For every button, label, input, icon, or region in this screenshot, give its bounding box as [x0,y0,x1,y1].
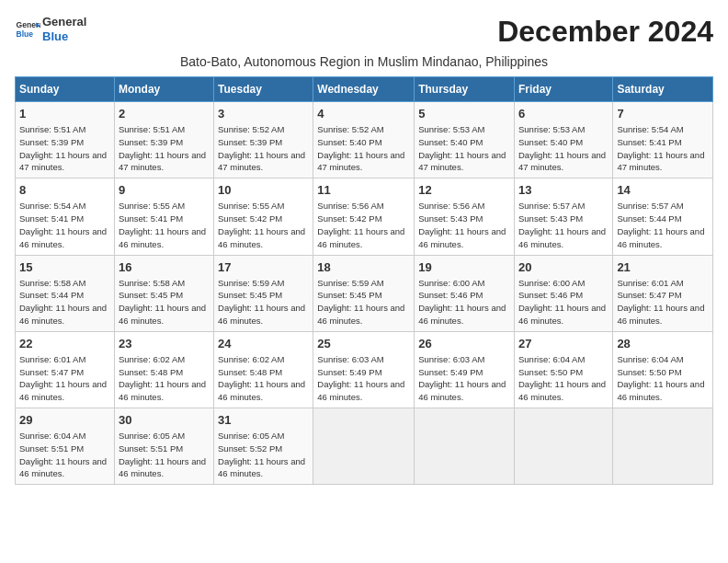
calendar-cell: 31Sunrise: 6:05 AMSunset: 5:52 PMDayligh… [214,408,313,485]
calendar-cell: 21Sunrise: 6:01 AMSunset: 5:47 PMDayligh… [613,255,713,331]
calendar-cell [514,408,612,485]
subtitle: Bato-Bato, Autonomous Region in Muslim M… [15,54,713,69]
header-monday: Monday [114,77,213,102]
calendar-cell: 22Sunrise: 6:01 AMSunset: 5:47 PMDayligh… [16,331,115,408]
calendar-cell: 3Sunrise: 5:52 AMSunset: 5:39 PMDaylight… [214,102,313,178]
calendar-cell: 7Sunrise: 5:54 AMSunset: 5:41 PMDaylight… [613,102,713,178]
day-number: 1 [19,106,110,122]
day-info: Sunrise: 5:54 AMSunset: 5:41 PMDaylight:… [19,200,110,250]
day-number: 9 [119,182,210,199]
week-row-4: 22Sunrise: 6:01 AMSunset: 5:47 PMDayligh… [16,331,713,408]
week-row-1: 1Sunrise: 5:51 AMSunset: 5:39 PMDaylight… [16,102,713,178]
day-number: 11 [317,182,410,199]
day-info: Sunrise: 6:01 AMSunset: 5:47 PMDaylight:… [19,353,110,404]
calendar-cell: 30Sunrise: 6:05 AMSunset: 5:51 PMDayligh… [114,408,213,485]
day-number: 31 [218,412,309,429]
day-number: 21 [617,259,709,276]
day-number: 29 [19,412,110,429]
day-number: 26 [418,336,510,352]
day-number: 10 [218,182,309,199]
calendar-cell: 23Sunrise: 6:02 AMSunset: 5:48 PMDayligh… [114,331,213,408]
calendar-cell: 26Sunrise: 6:03 AMSunset: 5:49 PMDayligh… [415,331,515,408]
calendar-cell: 12Sunrise: 5:56 AMSunset: 5:43 PMDayligh… [415,178,515,255]
svg-text:Blue: Blue [17,29,34,38]
calendar-cell: 29Sunrise: 6:04 AMSunset: 5:51 PMDayligh… [16,408,115,485]
calendar-cell: 15Sunrise: 5:58 AMSunset: 5:44 PMDayligh… [16,255,115,331]
day-info: Sunrise: 5:53 AMSunset: 5:40 PMDaylight:… [518,123,609,174]
day-info: Sunrise: 5:58 AMSunset: 5:45 PMDaylight:… [119,277,210,327]
day-info: Sunrise: 5:54 AMSunset: 5:41 PMDaylight:… [617,123,709,174]
month-title: December 2024 [497,15,713,49]
calendar-cell: 20Sunrise: 6:00 AMSunset: 5:46 PMDayligh… [514,255,612,331]
header-tuesday: Tuesday [214,77,313,102]
calendar-cell: 24Sunrise: 6:02 AMSunset: 5:48 PMDayligh… [214,331,313,408]
logo: General Blue General Blue [15,15,86,43]
day-number: 24 [218,336,309,352]
calendar-cell: 16Sunrise: 5:58 AMSunset: 5:45 PMDayligh… [114,255,213,331]
calendar-cell: 11Sunrise: 5:56 AMSunset: 5:42 PMDayligh… [313,178,415,255]
calendar-cell: 9Sunrise: 5:55 AMSunset: 5:41 PMDaylight… [114,178,213,255]
day-number: 25 [317,336,410,352]
day-info: Sunrise: 6:05 AMSunset: 5:51 PMDaylight:… [119,430,210,480]
calendar-cell: 28Sunrise: 6:04 AMSunset: 5:50 PMDayligh… [613,331,713,408]
calendar-cell: 1Sunrise: 5:51 AMSunset: 5:39 PMDaylight… [16,102,115,178]
day-number: 27 [518,336,609,352]
calendar-cell: 18Sunrise: 5:59 AMSunset: 5:45 PMDayligh… [313,255,415,331]
day-number: 15 [19,259,110,276]
day-number: 7 [617,106,709,122]
day-number: 16 [119,259,210,276]
day-number: 8 [19,182,110,199]
day-number: 6 [518,106,609,122]
day-info: Sunrise: 6:03 AMSunset: 5:49 PMDaylight:… [317,353,410,404]
day-info: Sunrise: 6:00 AMSunset: 5:46 PMDaylight:… [518,277,609,327]
calendar-cell: 17Sunrise: 5:59 AMSunset: 5:45 PMDayligh… [214,255,313,331]
header-thursday: Thursday [415,77,515,102]
day-info: Sunrise: 5:57 AMSunset: 5:44 PMDaylight:… [617,200,709,250]
day-info: Sunrise: 5:52 AMSunset: 5:39 PMDaylight:… [218,123,309,174]
day-number: 22 [19,336,110,352]
calendar-table: SundayMondayTuesdayWednesdayThursdayFrid… [15,76,713,485]
calendar-cell: 2Sunrise: 5:51 AMSunset: 5:39 PMDaylight… [114,102,213,178]
calendar-cell: 5Sunrise: 5:53 AMSunset: 5:40 PMDaylight… [415,102,515,178]
day-number: 5 [418,106,510,122]
day-number: 18 [317,259,410,276]
day-info: Sunrise: 5:52 AMSunset: 5:40 PMDaylight:… [317,123,410,174]
day-info: Sunrise: 5:59 AMSunset: 5:45 PMDaylight:… [218,277,309,327]
calendar-cell: 10Sunrise: 5:55 AMSunset: 5:42 PMDayligh… [214,178,313,255]
calendar-body: 1Sunrise: 5:51 AMSunset: 5:39 PMDaylight… [16,102,713,485]
calendar-cell: 25Sunrise: 6:03 AMSunset: 5:49 PMDayligh… [313,331,415,408]
calendar-cell: 14Sunrise: 5:57 AMSunset: 5:44 PMDayligh… [613,178,713,255]
month-title-section: December 2024 [497,15,713,49]
day-info: Sunrise: 5:55 AMSunset: 5:41 PMDaylight:… [119,200,210,250]
day-info: Sunrise: 5:55 AMSunset: 5:42 PMDaylight:… [218,200,309,250]
calendar-cell [415,408,515,485]
day-number: 19 [418,259,510,276]
day-number: 3 [218,106,309,122]
day-number: 2 [119,106,210,122]
calendar-cell: 13Sunrise: 5:57 AMSunset: 5:43 PMDayligh… [514,178,612,255]
day-number: 4 [317,106,410,122]
day-number: 30 [119,412,210,429]
day-number: 23 [119,336,210,352]
day-number: 28 [617,336,709,352]
day-info: Sunrise: 5:59 AMSunset: 5:45 PMDaylight:… [317,277,410,327]
calendar-cell [613,408,713,485]
day-info: Sunrise: 5:58 AMSunset: 5:44 PMDaylight:… [19,277,110,327]
day-info: Sunrise: 5:51 AMSunset: 5:39 PMDaylight:… [19,123,110,174]
day-info: Sunrise: 6:00 AMSunset: 5:46 PMDaylight:… [418,277,510,327]
day-info: Sunrise: 5:56 AMSunset: 5:43 PMDaylight:… [418,200,510,250]
logo-blue: Blue [42,29,86,44]
day-info: Sunrise: 6:03 AMSunset: 5:49 PMDaylight:… [418,353,510,404]
calendar-cell: 19Sunrise: 6:00 AMSunset: 5:46 PMDayligh… [415,255,515,331]
week-row-2: 8Sunrise: 5:54 AMSunset: 5:41 PMDaylight… [16,178,713,255]
header-sunday: Sunday [16,77,115,102]
day-info: Sunrise: 5:53 AMSunset: 5:40 PMDaylight:… [418,123,510,174]
calendar-cell: 6Sunrise: 5:53 AMSunset: 5:40 PMDaylight… [514,102,612,178]
day-number: 12 [418,182,510,199]
day-info: Sunrise: 6:02 AMSunset: 5:48 PMDaylight:… [218,353,309,404]
day-info: Sunrise: 6:04 AMSunset: 5:50 PMDaylight:… [518,353,609,404]
day-number: 13 [518,182,609,199]
header-saturday: Saturday [613,77,713,102]
logo-general: General [42,15,86,29]
calendar-cell: 27Sunrise: 6:04 AMSunset: 5:50 PMDayligh… [514,331,612,408]
